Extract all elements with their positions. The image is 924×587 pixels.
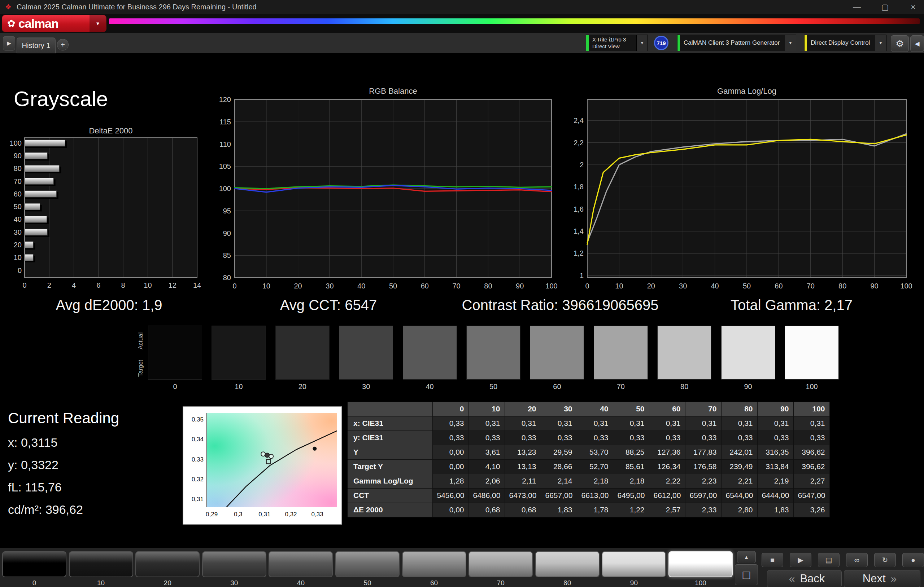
svg-text:105: 105: [219, 162, 231, 170]
pattern-tool-button[interactable]: ▤: [818, 553, 840, 567]
display-control-label: Direct Display Control: [807, 35, 875, 51]
svg-text:6: 6: [96, 281, 100, 289]
svg-text:2: 2: [580, 161, 584, 169]
cie-y-tick: 0,32: [185, 476, 204, 483]
svg-text:50: 50: [389, 282, 397, 290]
avg-cct-readout: Avg CCT: 6547: [280, 297, 377, 313]
table-row: x: CIE310,330,310,310,310,310,310,310,31…: [348, 416, 830, 431]
chevron-down-icon[interactable]: ▼: [875, 35, 886, 51]
swatch-level-label: 100: [785, 383, 839, 391]
refresh-button[interactable]: ↻: [874, 553, 896, 567]
meter-dropdown[interactable]: X-Rite i1Pro 3 Direct View ▼: [586, 35, 648, 51]
svg-text:1,2: 1,2: [574, 249, 584, 257]
pattern-patch-100[interactable]: [668, 551, 733, 577]
pattern-patch-20[interactable]: [135, 551, 200, 577]
table-row: ΔE 20000,000,680,681,831,781,222,572,332…: [348, 503, 830, 517]
svg-text:4: 4: [72, 281, 76, 289]
calman-menu-arrow-icon[interactable]: ▼: [89, 15, 106, 32]
next-label: Next: [863, 572, 886, 585]
display-control-dropdown[interactable]: Direct Display Control ▼: [804, 35, 886, 51]
tab-bar: ▶ History 1 + X-Rite i1Pro 3 Direct View…: [0, 33, 924, 53]
reading-cdm2: cd/m²: 396,62: [8, 503, 83, 517]
eject-button[interactable]: ▲: [737, 551, 756, 563]
rgb-balance-chart: 1201151101051009590858001020304050607080…: [216, 90, 563, 292]
swatch-level-label: 90: [721, 383, 775, 391]
swatch-level-label: 50: [466, 383, 520, 391]
meter-name: X-Rite i1Pro 3: [592, 36, 633, 43]
svg-text:95: 95: [223, 207, 231, 215]
layout-expander-button[interactable]: ▶: [3, 36, 15, 51]
pattern-patch-80[interactable]: [535, 551, 599, 577]
record-indicator[interactable]: ●: [903, 553, 924, 567]
grayscale-swatch-50: [466, 326, 520, 380]
pattern-patch-30[interactable]: [202, 551, 266, 577]
svg-text:2,4: 2,4: [574, 117, 584, 124]
calman-menu-button[interactable]: ✿ calman ▼: [2, 15, 106, 32]
grayscale-swatch-strip: 0102030405060708090100: [0, 326, 924, 396]
pattern-patch-label: 30: [202, 579, 266, 587]
next-button[interactable]: Next »: [844, 570, 921, 587]
svg-text:10: 10: [262, 282, 271, 290]
close-button[interactable]: ×: [903, 0, 923, 14]
collapse-panel-button[interactable]: ◀: [910, 35, 924, 52]
pattern-generator-dropdown[interactable]: CalMAN Client 3 Pattern Generator ▼: [677, 35, 796, 51]
svg-text:20: 20: [647, 282, 655, 290]
svg-text:14: 14: [193, 281, 201, 289]
continuous-loop-button[interactable]: ∞: [846, 553, 868, 567]
play-button[interactable]: ▶: [790, 553, 812, 567]
pattern-patch-label: 40: [269, 579, 333, 587]
pattern-patch-label: 0: [2, 579, 66, 587]
pattern-patch-0[interactable]: [2, 551, 66, 577]
pattern-window-button[interactable]: □: [735, 564, 758, 585]
svg-text:70: 70: [807, 282, 815, 290]
chevron-down-icon[interactable]: ▼: [636, 35, 647, 51]
grayscale-swatch-100: [785, 326, 839, 380]
grayscale-swatch-20: [276, 326, 330, 380]
pattern-patch-40[interactable]: [269, 551, 333, 577]
pattern-patch-90[interactable]: [602, 551, 666, 577]
svg-text:90: 90: [14, 152, 21, 160]
maximize-button[interactable]: ▢: [875, 0, 895, 14]
svg-text:80: 80: [223, 274, 231, 281]
svg-text:100: 100: [219, 184, 231, 192]
svg-text:1,4: 1,4: [574, 227, 584, 235]
pattern-patch-60[interactable]: [402, 551, 466, 577]
display-status-bar: [805, 35, 807, 51]
grayscale-swatch-0: [148, 326, 202, 380]
svg-text:30: 30: [679, 282, 687, 290]
table-row: y: CIE310,330,330,330,330,330,330,330,33…: [348, 431, 830, 445]
svg-text:90: 90: [516, 282, 524, 290]
svg-text:30: 30: [14, 228, 21, 236]
contrast-ratio-readout: Contrast Ratio: 396619065695: [462, 297, 659, 313]
pattern-patch-10[interactable]: [69, 551, 133, 577]
deltae-chart: 024681012141009080706050403020100: [7, 123, 204, 296]
cie-y-tick: 0,33: [185, 456, 204, 463]
minimize-button[interactable]: —: [847, 0, 867, 14]
meter-mode: Direct View: [592, 43, 633, 50]
pattern-status-bar: [678, 35, 680, 51]
pattern-patch-70[interactable]: [469, 551, 533, 577]
svg-text:20: 20: [294, 282, 302, 290]
swatch-level-label: 30: [339, 383, 393, 391]
add-tab-button[interactable]: +: [57, 39, 69, 51]
svg-text:100: 100: [10, 139, 21, 147]
svg-text:1,8: 1,8: [574, 183, 584, 191]
settings-gear-button[interactable]: ⚙: [891, 35, 909, 52]
stop-button[interactable]: ■: [762, 553, 783, 567]
pattern-patch-50[interactable]: [335, 551, 399, 577]
svg-text:110: 110: [219, 140, 231, 148]
cie-y-tick: 0,31: [185, 496, 204, 503]
cie-x-tick: 0,33: [307, 511, 327, 518]
svg-text:80: 80: [838, 282, 846, 290]
tab-history-1[interactable]: History 1: [16, 38, 56, 53]
svg-text:90: 90: [870, 282, 878, 290]
reading-y: y: 0,3322: [8, 458, 58, 472]
meter-dropdown-label: X-Rite i1Pro 3 Direct View: [589, 35, 636, 51]
back-button[interactable]: « Back: [767, 570, 842, 587]
svg-text:10: 10: [615, 282, 623, 290]
grayscale-swatch-10: [211, 326, 266, 380]
chevron-down-icon[interactable]: ▼: [785, 35, 796, 51]
svg-text:70: 70: [14, 178, 21, 185]
svg-text:8: 8: [121, 281, 125, 289]
pattern-bar: 0102030405060708090100 ▲ □ ■ ▶ ▤ ∞ ↻ ● «…: [0, 548, 924, 587]
